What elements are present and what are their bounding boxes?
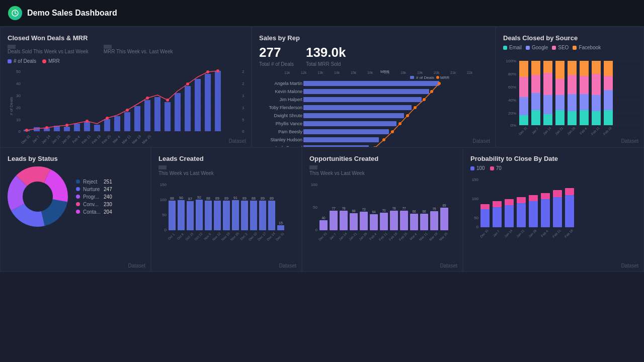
svg-rect-287: [493, 201, 502, 207]
svg-text:Feb 4: Feb 4: [71, 135, 80, 144]
opportunities-card: Opportunities Created This Week vs Last …: [302, 147, 463, 272]
svg-rect-35: [165, 102, 171, 131]
svg-rect-28: [94, 125, 100, 131]
svg-text:Feb 18: Feb 18: [388, 231, 398, 241]
svg-text:20k: 20k: [242, 81, 244, 86]
google-dot: [526, 46, 530, 50]
svg-rect-151: [555, 79, 565, 95]
svg-rect-208: [241, 201, 248, 230]
svg-rect-204: [223, 201, 230, 230]
svg-rect-257: [420, 214, 428, 230]
svg-text:Dec 31: Dec 31: [21, 134, 31, 144]
svg-rect-144: [531, 93, 540, 110]
leads-by-status-title: Leads by Status: [8, 155, 143, 162]
prob-100-dot: [470, 166, 474, 170]
leads-indicator: [158, 165, 167, 169]
leads-created-dataset: Dataset: [279, 263, 296, 268]
opportunities-chart: 100 50 0 40 77 78 68 73 64 70 78 77: [309, 178, 463, 253]
svg-point-42: [45, 126, 48, 129]
probability-dataset: Dataset: [621, 263, 638, 268]
svg-rect-39: [205, 74, 211, 131]
svg-text:Nov 26: Nov 26: [229, 231, 239, 241]
svg-text:Dec 31: Dec 31: [479, 228, 489, 238]
svg-rect-253: [400, 211, 408, 230]
svg-text:73: 73: [362, 208, 366, 211]
svg-point-183: [24, 183, 52, 211]
leads-created-chart: 150 100 50 0 88 90 87 92 88 89 89 9: [158, 178, 299, 253]
svg-text:0%: 0%: [510, 123, 516, 128]
svg-text:91: 91: [233, 196, 237, 200]
contact-dot: [76, 210, 80, 214]
svg-text:15k: 15k: [242, 94, 244, 98]
svg-rect-153: [555, 110, 565, 125]
pie-legend-progress: Progr... 240: [76, 194, 112, 200]
convert-dot: [76, 202, 80, 206]
reject-dot: [76, 179, 80, 184]
svg-text:Pam Beesly: Pam Beesly: [278, 129, 303, 134]
deals-by-source-card: Deals Closed by Source Email Google SEO …: [496, 27, 644, 147]
svg-text:Kevin Malone: Kevin Malone: [275, 89, 302, 94]
svg-text:Jan 28: Jan 28: [358, 232, 368, 241]
svg-text:Mar 18: Mar 18: [131, 134, 141, 144]
svg-text:Feb 4: Feb 4: [579, 127, 588, 135]
mrr-legend-dot: [42, 59, 46, 63]
sales-by-rep-dataset: Dataset: [473, 138, 490, 144]
svg-text:Jan 21: Jan 21: [516, 229, 525, 238]
svg-text:60%: 60%: [508, 85, 516, 89]
svg-text:68: 68: [352, 209, 356, 213]
svg-rect-95: [303, 129, 389, 134]
svg-point-44: [86, 120, 89, 123]
svg-rect-239: [330, 211, 338, 230]
svg-text:Jan 21: Jan 21: [51, 134, 61, 144]
pie-legend: Reject 251 Nurture 247 Progr... 240 Conv…: [76, 179, 112, 215]
svg-text:Jan 14: Jan 14: [504, 229, 513, 238]
svg-text:Feb 4: Feb 4: [369, 232, 377, 241]
svg-text:Oct 15: Oct 15: [185, 232, 194, 241]
svg-text:87: 87: [188, 197, 192, 201]
svg-text:5k: 5k: [242, 118, 244, 122]
leads-by-status-card: Leads by Status Re: [0, 147, 151, 272]
svg-text:Nov 12: Nov 12: [211, 231, 221, 241]
svg-rect-295: [541, 193, 550, 199]
opp-indicator: [309, 165, 317, 169]
svg-text:78: 78: [342, 207, 346, 210]
svg-text:Jan 14: Jan 14: [41, 134, 51, 144]
svg-rect-83: [303, 81, 439, 86]
top-row: Closed Won Deals & MRR Deals Sold This W…: [0, 27, 644, 147]
prob-70-dot: [490, 166, 494, 170]
svg-rect-139: [519, 77, 528, 97]
svg-rect-161: [580, 110, 589, 125]
svg-rect-200: [205, 201, 212, 230]
opportunities-subtitle: This Week vs Last Week: [309, 170, 455, 176]
svg-point-45: [106, 117, 109, 120]
facebook-dot: [573, 46, 577, 50]
svg-text:30: 30: [16, 94, 21, 98]
svg-rect-158: [580, 61, 589, 76]
svg-text:20: 20: [16, 106, 21, 110]
svg-point-107: [398, 122, 401, 125]
nurture-dot: [76, 187, 80, 191]
svg-rect-194: [178, 200, 185, 230]
svg-rect-32: [134, 106, 140, 131]
opportunities-dataset: Dataset: [440, 263, 457, 268]
svg-rect-249: [380, 213, 388, 230]
leads-by-status-dataset: Dataset: [128, 263, 145, 268]
svg-text:40%: 40%: [508, 98, 516, 103]
sales-by-rep-chart: 11k 12k 13k 14k 15k 16k 17k 18k 19k 20k …: [259, 69, 491, 147]
svg-rect-29: [104, 119, 110, 131]
total-deals-label: Total # of Deals: [259, 61, 294, 67]
svg-rect-155: [568, 75, 577, 94]
svg-point-103: [430, 90, 433, 93]
svg-rect-292: [529, 201, 538, 227]
closed-won-chart: 50 40 30 20 10 0 # of Deals 25k 20k 15k …: [8, 66, 244, 144]
deals-by-source-dataset: Dataset: [621, 138, 638, 144]
svg-rect-297: [553, 190, 562, 197]
svg-text:50: 50: [313, 205, 317, 210]
svg-rect-89: [303, 105, 412, 110]
svg-rect-216: [277, 225, 284, 230]
svg-text:# of Deals: # of Deals: [9, 97, 14, 115]
svg-point-48: [166, 99, 169, 102]
logo-icon: [8, 6, 22, 20]
svg-text:Dec 10: Dec 10: [248, 231, 258, 241]
leads-created-subtitle: This Week vs Last Week: [158, 170, 294, 176]
